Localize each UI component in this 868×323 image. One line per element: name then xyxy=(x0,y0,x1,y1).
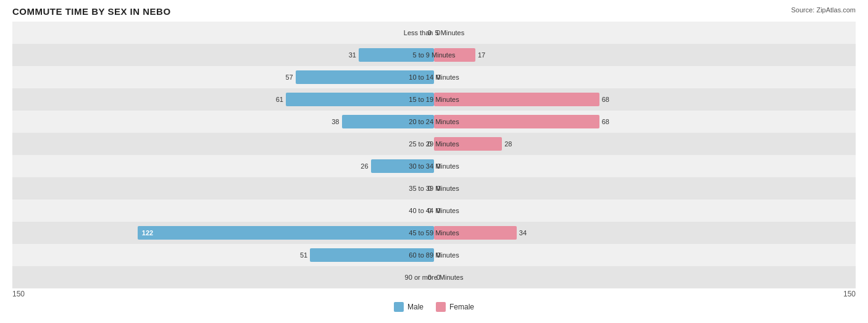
bar-male xyxy=(310,248,434,262)
axis-right: 150 xyxy=(843,290,856,298)
bar-female xyxy=(434,48,475,62)
chart-row: 90 or more Minutes00 xyxy=(12,266,856,288)
value-female: 0 xyxy=(436,73,440,81)
value-male: 0 xyxy=(428,29,432,36)
value-female: 0 xyxy=(436,207,440,214)
value-male: 38 xyxy=(332,118,339,125)
value-male: 57 xyxy=(285,73,293,81)
bar-female xyxy=(434,226,517,240)
axis-labels: 150 150 xyxy=(12,290,856,298)
chart-area: Less than 5 Minutes005 to 9 Minutes31171… xyxy=(12,22,856,288)
chart-row: 35 to 39 Minutes00 xyxy=(12,177,856,199)
value-female: 0 xyxy=(436,274,440,281)
chart-title: COMMUTE TIME BY SEX IN NEBO xyxy=(12,6,856,17)
bar-female xyxy=(434,115,599,128)
value-female: 68 xyxy=(602,96,609,103)
chart-row: 25 to 29 Minutes028 xyxy=(12,133,856,155)
value-male: 61 xyxy=(276,96,283,103)
value-male: 0 xyxy=(428,274,432,281)
value-male: 31 xyxy=(349,51,356,59)
row-label: Less than 5 Minutes xyxy=(404,29,464,36)
value-female: 0 xyxy=(436,29,440,36)
legend-female-box xyxy=(436,302,446,312)
value-female: 28 xyxy=(504,140,512,148)
row-label: 40 to 44 Minutes xyxy=(409,207,459,214)
value-female: 68 xyxy=(602,118,609,125)
row-label: 35 to 39 Minutes xyxy=(409,185,459,192)
value-female: 0 xyxy=(436,162,440,170)
value-male: 0 xyxy=(428,207,432,214)
bar-female xyxy=(434,137,502,151)
bar-female xyxy=(434,93,599,106)
value-female: 17 xyxy=(478,51,485,59)
bar-male xyxy=(342,115,435,128)
legend: Male Female xyxy=(12,302,856,312)
chart-container: COMMUTE TIME BY SEX IN NEBO Source: ZipA… xyxy=(0,0,868,323)
legend-male-box xyxy=(394,302,404,312)
bar-male xyxy=(286,93,434,106)
chart-row: 5 to 9 Minutes3117 xyxy=(12,44,856,66)
legend-female: Female xyxy=(436,302,474,312)
value-male: 0 xyxy=(428,140,432,148)
legend-male: Male xyxy=(394,302,424,312)
chart-row: 15 to 19 Minutes6168 xyxy=(12,88,856,111)
value-male: 51 xyxy=(300,251,307,259)
value-female: 0 xyxy=(436,251,440,259)
bar-male xyxy=(359,48,434,62)
chart-row: 20 to 24 Minutes3868 xyxy=(12,111,856,133)
chart-row: 40 to 44 Minutes00 xyxy=(12,199,856,222)
axis-left: 150 xyxy=(12,290,25,298)
bar-male xyxy=(138,226,434,240)
chart-row: 10 to 14 Minutes570 xyxy=(12,66,856,88)
legend-male-label: Male xyxy=(407,303,424,311)
bar-male xyxy=(371,159,434,173)
value-male: 26 xyxy=(361,162,368,170)
value-male: 0 xyxy=(428,185,432,192)
value-female: 0 xyxy=(436,185,440,192)
value-male: 122 xyxy=(142,229,153,237)
chart-row: 30 to 34 Minutes260 xyxy=(12,155,856,177)
bar-male xyxy=(296,70,434,84)
legend-female-label: Female xyxy=(449,303,474,311)
chart-row: 45 to 59 Minutes12234 xyxy=(12,222,856,244)
row-label: 90 or more Minutes xyxy=(405,274,464,281)
source-label: Source: ZipAtlas.com xyxy=(791,6,856,14)
chart-row: Less than 5 Minutes00 xyxy=(12,22,856,44)
chart-row: 60 to 89 Minutes510 xyxy=(12,244,856,266)
value-female: 34 xyxy=(519,229,527,237)
